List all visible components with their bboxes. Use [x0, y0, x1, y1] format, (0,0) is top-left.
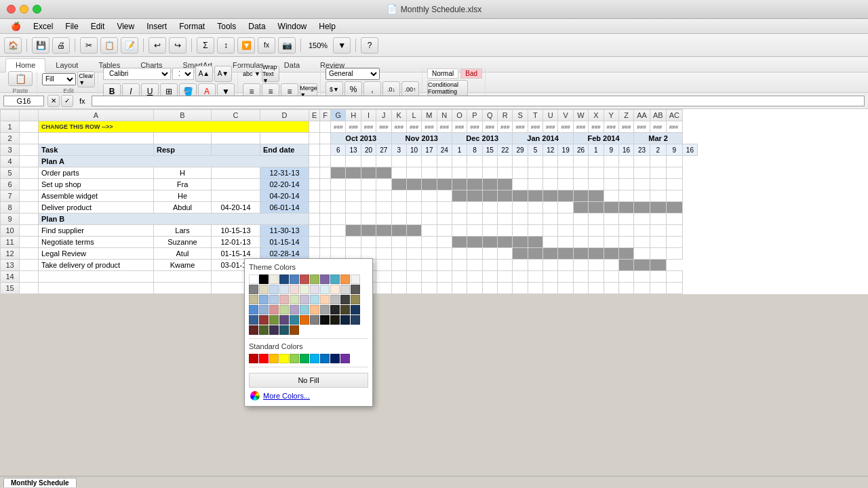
- col-header-M[interactable]: M: [422, 110, 437, 121]
- r1-q[interactable]: ###: [482, 121, 497, 133]
- theme-color-swatch-0[interactable]: [249, 274, 258, 284]
- tab-layout[interactable]: Layout: [45, 58, 88, 72]
- r8-start[interactable]: 04-20-14: [212, 202, 260, 214]
- theme-color-shade-1-4[interactable]: [269, 295, 279, 304]
- font-size-selector[interactable]: 12: [172, 68, 194, 80]
- r1-j[interactable]: ###: [376, 121, 391, 133]
- autosum-btn[interactable]: Σ: [197, 37, 214, 54]
- theme-color-shade-3-9[interactable]: [300, 315, 309, 325]
- menu-file[interactable]: File: [60, 20, 83, 33]
- col-header-AC[interactable]: AC: [666, 110, 682, 121]
- theme-color-shade-3-1[interactable]: [330, 305, 340, 314]
- theme-color-shade-1-5[interactable]: [279, 295, 289, 304]
- font-selector[interactable]: Calibri: [103, 68, 171, 80]
- r11-end[interactable]: 01-15-14: [260, 237, 309, 248]
- r1-e[interactable]: [309, 121, 320, 133]
- r1-k[interactable]: ###: [391, 121, 406, 133]
- paste-format-btn[interactable]: 📝: [121, 37, 138, 54]
- standard-color-swatch-4[interactable]: [290, 354, 299, 363]
- theme-color-shade-0-7[interactable]: [310, 285, 319, 294]
- r2-a[interactable]: [39, 133, 154, 144]
- r12-end[interactable]: 02-28-14: [260, 248, 309, 260]
- r11-start[interactable]: 12-01-13: [212, 237, 260, 248]
- col-header-K[interactable]: K: [391, 110, 406, 121]
- no-fill-button[interactable]: No Fill: [249, 373, 368, 388]
- col-header-X[interactable]: X: [589, 110, 604, 121]
- sheet-tab-monthly[interactable]: Monthly Schedule: [3, 478, 77, 487]
- theme-color-shade-1-9[interactable]: [320, 295, 330, 304]
- r6-k[interactable]: [391, 179, 406, 190]
- print-btn[interactable]: 🖨: [52, 37, 70, 54]
- menu-excel[interactable]: Excel: [28, 20, 58, 33]
- theme-color-shade-0-0[interactable]: [351, 274, 360, 284]
- redo-btn[interactable]: ↪: [169, 37, 186, 54]
- r5-start[interactable]: [212, 167, 260, 179]
- theme-color-shade-0-2[interactable]: [259, 285, 269, 294]
- r1-o[interactable]: ###: [452, 121, 467, 133]
- cell-reference-input[interactable]: [3, 96, 44, 106]
- r5-g2[interactable]: [361, 167, 376, 179]
- r1-f[interactable]: [320, 121, 331, 133]
- theme-color-shade-1-2[interactable]: [249, 295, 258, 304]
- theme-color-shade-3-6[interactable]: [269, 315, 279, 325]
- theme-color-shade-2-7[interactable]: [290, 305, 299, 314]
- menu-apple[interactable]: 🍎: [5, 20, 26, 33]
- menu-tools[interactable]: Tools: [212, 20, 241, 33]
- theme-color-shade-2-0[interactable]: [330, 295, 340, 304]
- theme-color-swatch-1[interactable]: [259, 274, 269, 284]
- r6-r[interactable]: [498, 179, 513, 190]
- col-header-N[interactable]: N: [437, 110, 452, 121]
- r13-task[interactable]: Take delivery of product: [39, 260, 154, 271]
- r1-h[interactable]: ###: [346, 121, 361, 133]
- formula-input[interactable]: [92, 96, 865, 106]
- r6-m[interactable]: [422, 179, 437, 190]
- col-header-J[interactable]: J: [376, 110, 391, 121]
- standard-color-swatch-3[interactable]: [279, 354, 289, 363]
- r1-p[interactable]: ###: [467, 121, 482, 133]
- r1-x[interactable]: ###: [589, 121, 604, 133]
- r1-l[interactable]: ###: [406, 121, 421, 133]
- confirm-formula-btn[interactable]: ✓: [61, 95, 73, 107]
- theme-color-swatch-6[interactable]: [310, 274, 319, 284]
- r6-start[interactable]: [212, 179, 260, 190]
- col-header-E[interactable]: E: [309, 110, 320, 121]
- theme-color-shade-1-6[interactable]: [290, 295, 299, 304]
- r6-q[interactable]: [482, 179, 497, 190]
- theme-color-shade-2-1[interactable]: [340, 295, 350, 304]
- theme-color-swatch-8[interactable]: [330, 274, 340, 284]
- r10-end[interactable]: 11-30-13: [260, 225, 309, 237]
- more-colors-row[interactable]: More Colors...: [249, 390, 368, 402]
- r1-n[interactable]: ###: [437, 121, 452, 133]
- theme-color-shade-2-2[interactable]: [351, 295, 360, 304]
- r12-start[interactable]: 01-15-14: [212, 248, 260, 260]
- r1-z[interactable]: ###: [618, 121, 633, 133]
- theme-color-shade-4-2[interactable]: [330, 315, 340, 325]
- conditional-formatting-btn[interactable]: Conditional Formatting: [427, 80, 468, 96]
- col-header-W[interactable]: W: [573, 110, 588, 121]
- col-header-U[interactable]: U: [543, 110, 558, 121]
- col-header-I[interactable]: I: [361, 110, 376, 121]
- cancel-formula-btn[interactable]: ✕: [47, 95, 60, 107]
- minimize-button[interactable]: [20, 5, 28, 14]
- sort-btn[interactable]: ↕: [217, 37, 235, 54]
- r5-g1[interactable]: [346, 167, 361, 179]
- theme-color-shade-2-8[interactable]: [300, 305, 309, 314]
- col-header-B[interactable]: B: [154, 110, 212, 121]
- theme-color-shade-0-8[interactable]: [320, 285, 330, 294]
- col-header-Q[interactable]: Q: [482, 110, 497, 121]
- theme-color-shade-4-6[interactable]: [259, 325, 269, 335]
- theme-color-swatch-2[interactable]: [269, 274, 279, 284]
- theme-color-shade-4-0[interactable]: [310, 315, 319, 325]
- r1-u[interactable]: ###: [543, 121, 558, 133]
- r6-n[interactable]: [437, 179, 452, 190]
- r8-end[interactable]: 06-01-14: [260, 202, 309, 214]
- theme-color-shade-0-6[interactable]: [300, 285, 309, 294]
- menu-format[interactable]: Format: [174, 20, 210, 33]
- r8-resp[interactable]: Abdul: [154, 202, 212, 214]
- r3-e[interactable]: [309, 144, 320, 156]
- r6-end[interactable]: 02-20-14: [260, 179, 309, 190]
- theme-color-shade-4-1[interactable]: [320, 315, 330, 325]
- r13-resp[interactable]: Kwame: [154, 260, 212, 271]
- theme-color-shade-3-5[interactable]: [259, 315, 269, 325]
- maximize-button[interactable]: [33, 5, 41, 14]
